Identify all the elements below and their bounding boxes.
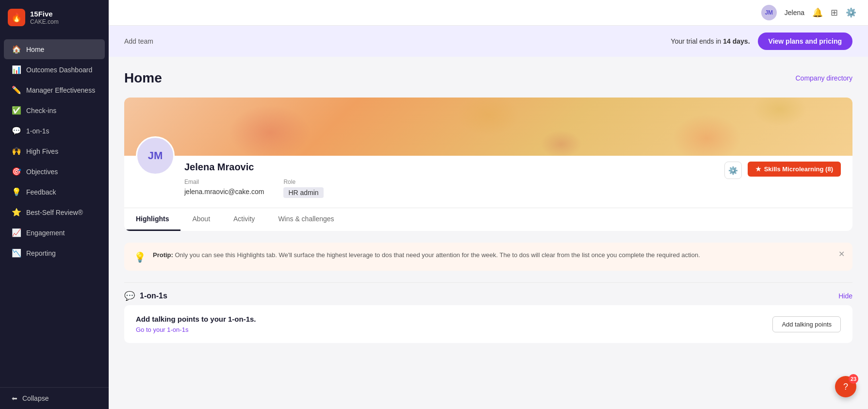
view-plans-button[interactable]: View plans and pricing (758, 33, 852, 50)
sidebar-item-engagement-label: Engagement (26, 229, 65, 237)
user-avatar: JM (761, 5, 777, 20)
go-to-1on1s-link[interactable]: Go to your 1-on-1s (136, 326, 256, 333)
banner-decoration (124, 98, 852, 156)
home-icon: 🏠 (12, 45, 21, 54)
sidebar-item-objectives[interactable]: 🎯 Objectives (4, 162, 105, 181)
email-group: Email jelena.mraovic@cake.com (184, 179, 264, 198)
sidebar-item-manager-effectiveness[interactable]: ✏️ Manager Effectiveness (4, 80, 105, 100)
sidebar-item-1on1s[interactable]: 💬 1-on-1s (4, 121, 105, 141)
tab-about[interactable]: About (180, 208, 222, 231)
question-icon: ? (843, 382, 848, 392)
profile-avatar: JM (136, 136, 175, 175)
profile-meta: Email jelena.mraovic@cake.com Role HR ad… (184, 179, 715, 198)
sidebar-item-feedback-label: Feedback (26, 188, 56, 196)
profile-card: JM Jelena Mraovic Email jelena.mraovic@c… (124, 98, 852, 231)
chat-icon: 💬 (124, 291, 135, 301)
sidebar-item-checkins-label: Check-ins (26, 107, 56, 115)
sidebar-item-engagement[interactable]: 📈 Engagement (4, 223, 105, 243)
sidebar-item-home[interactable]: 🏠 Home (4, 39, 105, 59)
page-title: Home (124, 70, 162, 86)
settings-icon[interactable]: ⚙️ (846, 7, 856, 18)
tab-activity-label: Activity (233, 215, 255, 223)
collapse-label: Collapse (22, 394, 49, 402)
one-on-ones-title: 💬 1-on-1s (124, 291, 167, 301)
topbar: JM Jelena 🔔 ⊞ ⚙️ (109, 0, 868, 26)
protip-close-button[interactable]: ✕ (838, 249, 845, 259)
trial-days: 14 days. (723, 37, 750, 45)
sidebar-nav: 🏠 Home 📊 Outcomes Dashboard ✏️ Manager E… (0, 35, 109, 387)
company-directory-link[interactable]: Company directory (796, 74, 853, 82)
star-icon: ★ (755, 165, 761, 173)
help-badge: 23 (849, 374, 858, 384)
tab-activity[interactable]: Activity (222, 208, 266, 231)
sidebar-item-feedback[interactable]: 💡 Feedback (4, 182, 105, 202)
protip-bold: Protip: (153, 251, 173, 259)
talking-points-info: Add talking points to your 1-on-1s. Go t… (136, 315, 256, 333)
sidebar-item-outcomes-label: Outcomes Dashboard (26, 66, 92, 74)
profile-settings-button[interactable]: ⚙️ (724, 162, 742, 179)
outcomes-icon: 📊 (12, 65, 21, 74)
trial-message: Your trial ends in 14 days. (671, 37, 750, 45)
reporting-icon: 📉 (12, 248, 21, 258)
app-logo-icon: 🔥 (8, 9, 25, 26)
sidebar: 🔥 15Five CAKE.com 🏠 Home 📊 Outcomes Dash… (0, 0, 109, 409)
sidebar-item-highfives-label: High Fives (26, 147, 58, 155)
profile-banner (124, 98, 852, 156)
talking-points-title: Add talking points to your 1-on-1s. (136, 315, 256, 323)
protip-text: Protip: Only you can see this Highlights… (153, 250, 700, 260)
sidebar-item-best-self-label: Best-Self Review® (26, 209, 83, 216)
sidebar-item-objectives-label: Objectives (26, 168, 58, 176)
feedback-icon: 💡 (12, 187, 21, 196)
notifications-icon[interactable]: 🔔 (812, 7, 823, 18)
one-on-ones-label: 1-on-1s (140, 292, 167, 300)
talking-points-card: Add talking points to your 1-on-1s. Go t… (124, 305, 852, 343)
objectives-icon: 🎯 (12, 167, 21, 176)
role-label: Role (283, 179, 323, 185)
best-self-icon: ⭐ (12, 208, 21, 217)
engagement-icon: 📈 (12, 228, 21, 237)
brand-name: 15Five (30, 10, 59, 18)
sidebar-item-home-label: Home (26, 46, 44, 53)
sidebar-item-reporting-label: Reporting (26, 249, 56, 257)
microlearning-button[interactable]: ★ Skills Microlearning (8) (748, 162, 841, 177)
lightbulb-icon: 💡 (134, 251, 146, 263)
trial-cta-area: Your trial ends in 14 days. View plans a… (671, 33, 852, 50)
app-logo-text: 15Five CAKE.com (30, 10, 59, 25)
sidebar-item-check-ins[interactable]: ✅ Check-ins (4, 100, 105, 120)
sidebar-item-high-fives[interactable]: 🙌 High Fives (4, 141, 105, 161)
sidebar-item-reporting[interactable]: 📉 Reporting (4, 243, 105, 263)
sidebar-item-manager-label: Manager Effectiveness (26, 86, 95, 94)
profile-actions: ⚙️ ★ Skills Microlearning (8) (724, 156, 841, 179)
collapse-icon: ⬅ (12, 394, 17, 402)
protip-body: Only you can see this Highlights tab. We… (173, 251, 700, 259)
grid-icon[interactable]: ⊞ (831, 7, 838, 18)
tab-about-label: About (192, 215, 210, 223)
manager-icon: ✏️ (12, 85, 21, 95)
brand-subdomain: CAKE.com (30, 18, 59, 25)
collapse-button[interactable]: ⬅ Collapse (0, 387, 109, 409)
one-on-ones-section-header: 💬 1-on-1s Hide (124, 282, 852, 305)
sidebar-item-1on1s-label: 1-on-1s (26, 127, 49, 135)
add-team-link[interactable]: Add team (124, 37, 153, 45)
profile-name: Jelena Mraovic (184, 162, 715, 173)
role-group: Role HR admin (283, 179, 323, 198)
help-button[interactable]: 23 ? (835, 376, 856, 397)
trial-text-prefix: Your trial ends in (671, 37, 723, 45)
email-label: Email (184, 179, 264, 185)
highfives-icon: 🙌 (12, 147, 21, 156)
profile-details: Jelena Mraovic Email jelena.mraovic@cake… (175, 156, 724, 198)
one-on-ones-hide-button[interactable]: Hide (838, 292, 852, 300)
page-header: Home Company directory (124, 70, 852, 86)
add-talking-points-button[interactable]: Add talking points (772, 316, 841, 332)
tab-wins-challenges[interactable]: Wins & challenges (266, 208, 345, 231)
tab-highlights[interactable]: Highlights (124, 208, 180, 231)
sidebar-logo: 🔥 15Five CAKE.com (0, 0, 109, 35)
role-badge: HR admin (283, 187, 323, 198)
content-area: Home Company directory JM Jelena Mraovic… (109, 57, 868, 409)
microlearning-label: Skills Microlearning (8) (764, 165, 833, 173)
tab-highlights-label: Highlights (136, 215, 169, 223)
sidebar-item-best-self-review[interactable]: ⭐ Best-Self Review® (4, 202, 105, 222)
email-value: jelena.mraovic@cake.com (184, 188, 264, 196)
user-name: Jelena (785, 9, 804, 16)
sidebar-item-outcomes-dashboard[interactable]: 📊 Outcomes Dashboard (4, 60, 105, 80)
